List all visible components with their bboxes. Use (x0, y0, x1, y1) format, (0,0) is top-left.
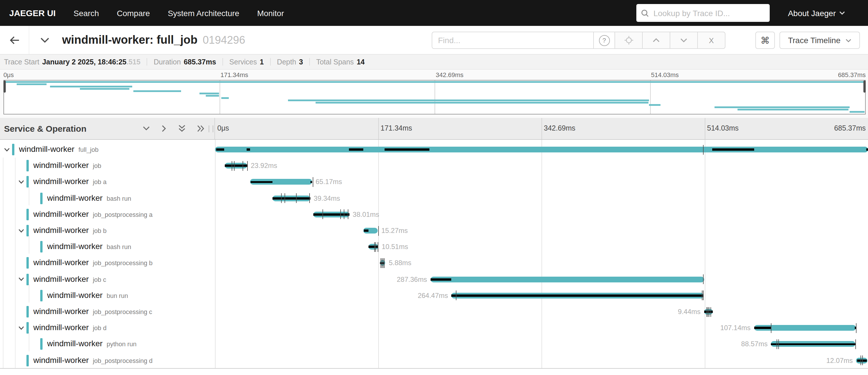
trace-view-select[interactable]: Trace Timeline (779, 32, 860, 49)
span-collapse-icon[interactable] (18, 277, 24, 281)
span-duration-label: 65.17ms (316, 174, 342, 190)
span-log-tick (340, 210, 341, 220)
span-duration-label: 5.88ms (389, 255, 411, 271)
operation-name: bun run (106, 292, 128, 299)
operation-name: job c (93, 276, 106, 283)
span-collapse-icon[interactable] (18, 229, 24, 233)
expand-all-icon[interactable] (197, 125, 205, 132)
expand-one-icon[interactable] (161, 125, 167, 132)
span-timeline-row[interactable]: 10.51ms (215, 239, 868, 255)
span-tree-row[interactable]: windmill-workerbash run (0, 239, 215, 255)
span-timeline-row[interactable]: 107.14ms (215, 320, 868, 336)
trace-detail-toggle[interactable] (40, 26, 50, 54)
operation-name: full_job (79, 146, 99, 153)
critical-path-segment (216, 148, 224, 151)
find-next-button[interactable] (670, 32, 698, 49)
find-group: ? X (432, 32, 725, 49)
collapse-one-icon[interactable] (143, 126, 150, 131)
span-timeline-row[interactable]: 15.27ms (215, 223, 868, 239)
service-name: windmill-workerjob_postprocessing d (33, 355, 153, 364)
span-tree-row[interactable]: windmill-workerbun run (0, 288, 215, 304)
divider (270, 58, 271, 65)
nav-item-compare[interactable]: Compare (117, 8, 150, 18)
span-tree-row[interactable]: windmill-workerjob_postprocessing c (0, 304, 215, 320)
back-button[interactable] (0, 26, 29, 54)
span-tree-row[interactable]: windmill-workerpython run (0, 336, 215, 352)
span-timeline-row[interactable]: 9.44ms (215, 304, 868, 320)
minimap-canvas[interactable] (3, 80, 866, 114)
span-timeline-row[interactable]: 264.47ms (215, 288, 868, 304)
span-bar[interactable] (431, 277, 705, 282)
span-timeline-row[interactable] (215, 142, 868, 157)
nav-item-search[interactable]: Search (73, 8, 99, 18)
span-tree-row[interactable]: windmill-workerjob_postprocessing a (0, 206, 215, 223)
trace-header: windmill-worker: full_job 0194296 ? (0, 26, 868, 55)
divider (147, 58, 148, 65)
span-collapse-icon[interactable] (18, 180, 24, 184)
operation-name: job_postprocessing d (93, 357, 153, 364)
span-timeline-row[interactable]: 12.07ms (215, 352, 868, 368)
span-tree-row[interactable]: windmill-workerjob a (0, 174, 215, 190)
span-tree-row[interactable]: windmill-workerjob (0, 157, 215, 174)
trace-view-label: Trace Timeline (788, 36, 841, 45)
span-log-tick (296, 193, 297, 203)
find-input[interactable] (432, 32, 594, 49)
find-help-button[interactable]: ? (593, 32, 615, 49)
minimap-axis-tick: 0μs (3, 71, 14, 78)
column-resizer-handle[interactable] (209, 125, 213, 132)
trace-title-text: windmill-worker: full_job (62, 26, 197, 54)
minimap-span-bar (715, 107, 849, 108)
minimap-span-bar (200, 93, 219, 94)
service-color-accent (26, 176, 29, 188)
critical-path-segment (754, 327, 771, 329)
span-timeline-row[interactable]: 287.36ms (215, 271, 868, 287)
minimap-span-bar (288, 99, 649, 101)
span-bar[interactable] (215, 147, 868, 152)
service-name: windmill-workerjob d (33, 323, 106, 332)
span-log-tick (322, 210, 323, 220)
focus-span-button[interactable] (615, 32, 643, 49)
axis-cell-border (378, 118, 379, 139)
span-log-tick (284, 193, 285, 203)
span-timeline-row[interactable]: 38.01ms (215, 206, 868, 223)
service-color-accent (12, 144, 14, 155)
span-timeline-row[interactable]: 39.34ms (215, 190, 868, 206)
minimap-span-bar (737, 109, 848, 110)
span-tree-row[interactable]: windmill-workerjob_postprocessing d (0, 352, 215, 368)
span-tree-row[interactable]: windmill-workerbash run (0, 190, 215, 206)
span-tree-row[interactable]: windmill-workerjob d (0, 320, 215, 336)
trace-id-lookup-input[interactable] (652, 8, 765, 18)
span-duration-label: 88.57ms (741, 336, 768, 352)
service-name: windmill-workerjob b (33, 226, 106, 235)
about-jaeger-menu[interactable]: About Jaeger (788, 8, 845, 18)
span-tree-row[interactable]: windmill-workerjob c (0, 271, 215, 287)
find-clear-button[interactable]: X (697, 32, 725, 49)
span-log-tick (243, 161, 243, 171)
span-log-tick (382, 258, 383, 268)
span-collapse-icon[interactable] (4, 147, 10, 151)
minimap-axis-tick: 171.34ms (220, 71, 248, 78)
span-collapse-icon[interactable] (18, 326, 24, 330)
minimap-right-handle[interactable] (863, 81, 866, 93)
span-timeline-row[interactable]: 65.17ms (215, 174, 868, 190)
nav-item-system-architecture[interactable]: System Architecture (168, 8, 240, 18)
find-prev-button[interactable] (642, 32, 670, 49)
span-tree-row[interactable]: windmill-workerfull_job (0, 142, 215, 157)
span-duration-label: 9.44ms (678, 304, 701, 320)
critical-path-segment (712, 148, 754, 151)
span-duration-label: 39.34ms (314, 190, 340, 206)
minimap-span-bar (849, 111, 865, 113)
service-operation-header: Service & Operation (0, 118, 215, 139)
span-tree-row[interactable]: windmill-workerjob_postprocessing b (0, 255, 215, 271)
span-tree-row[interactable]: windmill-workerjob b (0, 223, 215, 239)
collapse-all-icon[interactable] (178, 125, 186, 132)
operation-name: job d (93, 325, 106, 331)
nav-item-monitor[interactable]: Monitor (257, 8, 284, 18)
span-timeline-row[interactable]: 23.92ms (215, 157, 868, 174)
span-timeline-row[interactable]: 88.57ms (215, 336, 868, 352)
minimap-left-handle[interactable] (3, 81, 6, 93)
keyboard-shortcuts-button[interactable]: ⌘ (755, 32, 775, 49)
jaeger-logo[interactable]: JAEGER UI (9, 8, 56, 18)
minimap-span-bar (17, 83, 47, 85)
span-timeline-row[interactable]: 5.88ms (215, 255, 868, 271)
